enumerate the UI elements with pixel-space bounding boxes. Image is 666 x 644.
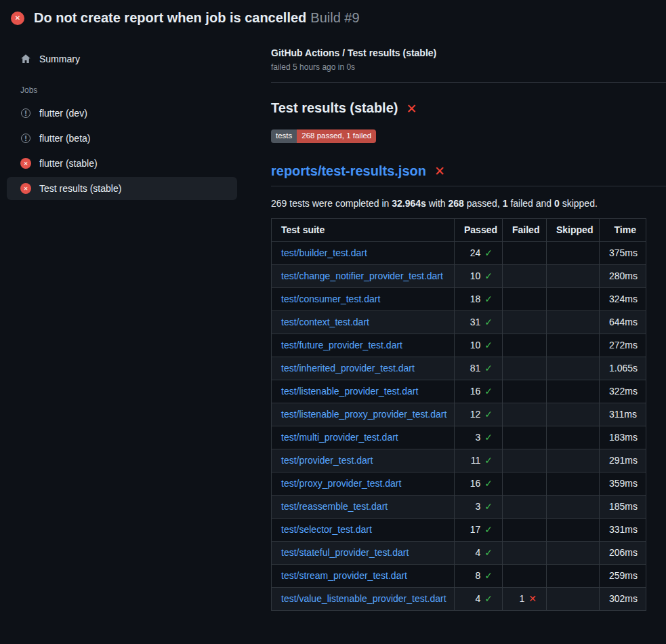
skipped-cell	[547, 264, 600, 287]
check-icon: ✓	[484, 547, 493, 558]
failed-cell: ✕	[503, 380, 547, 403]
check-icon: ✓	[484, 593, 493, 604]
col-header-time: Time	[600, 218, 646, 241]
sidebar-item-flutter-beta[interactable]: ! flutter (beta)	[7, 127, 237, 150]
passed-count: 18	[470, 294, 481, 304]
run-status-line: failed 5 hours ago in 0s	[271, 62, 666, 72]
suite-cell: test/provider_test.dart	[272, 449, 455, 472]
check-icon: ✓	[484, 524, 493, 535]
summary-skipped-count: 0	[554, 198, 560, 209]
failed-cell: ✕	[503, 426, 547, 449]
table-row: test/proxy_provider_test.dart 16✓ ✕ 359m…	[272, 472, 646, 495]
sidebar-item-summary[interactable]: Summary	[7, 47, 237, 71]
passed-cell: 16✓	[455, 472, 503, 495]
table-row: test/selector_test.dart 17✓ ✕ 331ms	[272, 518, 646, 541]
sidebar-item-flutter-dev[interactable]: ! flutter (dev)	[7, 102, 237, 125]
passed-count: 3	[475, 501, 480, 512]
passed-cell: 4✓	[455, 541, 503, 564]
summary-failed-count: 1	[503, 198, 508, 209]
sidebar-item-label: flutter (stable)	[39, 158, 98, 169]
sidebar: Summary Jobs ! flutter (dev) ! flutter (…	[7, 47, 237, 611]
report-file-link[interactable]: reports/test-results.json	[271, 163, 426, 179]
time-cell: 359ms	[600, 472, 646, 495]
passed-count: 16	[470, 478, 481, 489]
suite-link[interactable]: test/reassemble_test.dart	[281, 501, 388, 512]
time-cell: 183ms	[600, 426, 646, 449]
results-table-body: test/builder_test.dart 24✓ ✕ 375ms test/…	[272, 241, 646, 610]
suite-link[interactable]: test/consumer_test.dart	[281, 294, 380, 304]
time-cell: 206ms	[600, 541, 646, 564]
passed-count: 11	[471, 455, 481, 466]
passed-cell: 10✓	[455, 264, 503, 287]
check-icon: ✓	[484, 294, 493, 304]
suite-link[interactable]: test/multi_provider_test.dart	[281, 432, 398, 443]
suite-cell: test/consumer_test.dart	[272, 287, 455, 310]
sidebar-item-test-results-stable[interactable]: ✕ Test results (stable)	[7, 177, 237, 200]
time-cell: 185ms	[600, 495, 646, 518]
col-header-skipped: Skipped	[547, 218, 600, 241]
skipped-cell	[547, 449, 600, 472]
time-value: 259ms	[609, 570, 638, 581]
page-layout: Summary Jobs ! flutter (dev) ! flutter (…	[0, 30, 666, 611]
suite-cell: test/selector_test.dart	[272, 518, 455, 541]
suite-cell: test/future_provider_test.dart	[272, 334, 455, 357]
suite-link[interactable]: test/proxy_provider_test.dart	[281, 478, 401, 489]
passed-cell: 18✓	[455, 287, 503, 310]
suite-cell: test/builder_test.dart	[272, 241, 455, 264]
suite-link[interactable]: test/context_test.dart	[281, 317, 369, 327]
badge-value: 268 passed, 1 failed	[297, 129, 376, 143]
time-cell: 302ms	[600, 587, 646, 610]
suite-cell: test/listenable_proxy_provider_test.dart	[272, 403, 455, 426]
table-row: test/builder_test.dart 24✓ ✕ 375ms	[272, 241, 646, 264]
passed-cell: 10✓	[455, 334, 503, 357]
time-cell: 272ms	[600, 334, 646, 357]
skipped-cell	[547, 472, 600, 495]
summary-mid2: passed,	[464, 198, 503, 209]
suite-link[interactable]: test/builder_test.dart	[281, 247, 367, 258]
failed-cell: ✕	[503, 495, 547, 518]
suite-link[interactable]: test/value_listenable_provider_test.dart	[281, 593, 446, 604]
col-header-failed: Failed	[503, 218, 547, 241]
time-value: 280ms	[609, 270, 638, 281]
time-cell: 324ms	[600, 287, 646, 310]
skipped-cell	[547, 541, 600, 564]
passed-cell: 81✓	[455, 357, 503, 380]
passed-count: 12	[470, 409, 481, 420]
suite-link[interactable]: test/stream_provider_test.dart	[281, 570, 407, 581]
suite-link[interactable]: test/stateful_provider_test.dart	[281, 547, 409, 558]
suite-link[interactable]: test/listenable_proxy_provider_test.dart	[281, 409, 446, 420]
suite-cell: test/listenable_provider_test.dart	[272, 380, 455, 403]
failed-cell: ✕	[503, 403, 547, 426]
table-row: test/listenable_proxy_provider_test.dart…	[272, 403, 646, 426]
time-value: 291ms	[609, 455, 638, 466]
sidebar-item-label: Summary	[39, 54, 80, 64]
table-row: test/value_listenable_provider_test.dart…	[272, 587, 646, 610]
failed-cell: ✕	[503, 357, 547, 380]
sidebar-item-flutter-stable[interactable]: ✕ flutter (stable)	[7, 152, 237, 175]
suite-cell: test/inherited_provider_test.dart	[272, 357, 455, 380]
build-title-text: Do not create report when job is cancell…	[34, 10, 306, 25]
passed-cell: 3✓	[455, 426, 503, 449]
suite-link[interactable]: test/future_provider_test.dart	[281, 340, 402, 350]
build-failed-icon: ✕	[11, 12, 24, 25]
suite-cell: test/reassemble_test.dart	[272, 495, 455, 518]
suite-link[interactable]: test/change_notifier_provider_test.dart	[281, 270, 443, 281]
time-cell: 375ms	[600, 241, 646, 264]
time-cell: 644ms	[600, 310, 646, 334]
passed-cell: 4✓	[455, 587, 503, 610]
table-row: test/multi_provider_test.dart 3✓ ✕ 183ms	[272, 426, 646, 449]
suite-cell: test/stream_provider_test.dart	[272, 564, 455, 587]
passed-count: 8	[475, 570, 480, 581]
failed-cell: ✕	[503, 287, 547, 310]
time-cell: 1.065s	[600, 357, 646, 380]
suite-link[interactable]: test/inherited_provider_test.dart	[281, 363, 415, 374]
suite-link[interactable]: test/selector_test.dart	[281, 524, 372, 535]
check-icon: ✓	[484, 455, 493, 466]
skipped-cell	[547, 334, 600, 357]
table-header-row: Test suite Passed Failed Skipped Time	[272, 218, 646, 241]
divider	[271, 82, 666, 83]
check-icon: ✓	[484, 478, 493, 489]
suite-link[interactable]: test/provider_test.dart	[281, 455, 373, 466]
section-title: Test results (stable) ✕	[271, 100, 666, 116]
suite-link[interactable]: test/listenable_provider_test.dart	[281, 386, 418, 397]
